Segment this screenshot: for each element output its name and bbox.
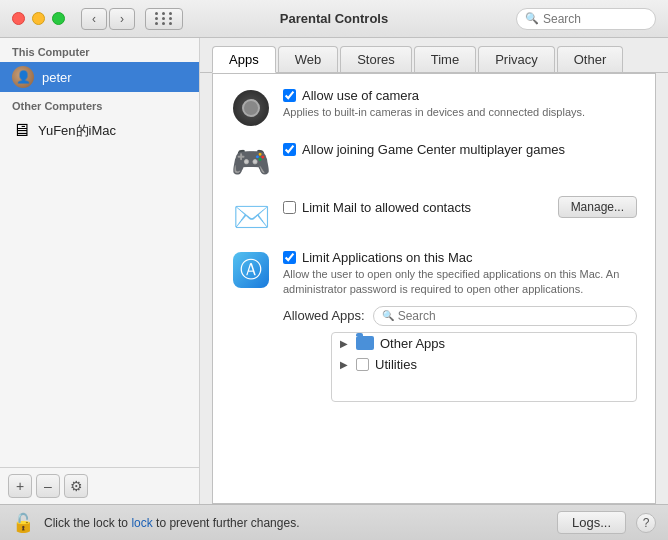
remove-button[interactable]: – (36, 474, 60, 498)
tab-bar: Apps Web Stores Time Privacy Other (200, 38, 668, 73)
tab-web[interactable]: Web (278, 46, 339, 72)
mail-label-row: Limit Mail to allowed contacts Manage... (283, 196, 637, 218)
tab-stores[interactable]: Stores (340, 46, 412, 72)
camera-description: Applies to built-in cameras in devices a… (283, 105, 637, 120)
gamecenter-option-content: Allow joining Game Center multiplayer ga… (283, 142, 637, 157)
other-computers-header: Other Computers (0, 92, 199, 116)
search-input[interactable] (543, 12, 647, 26)
folder-icon (356, 336, 374, 350)
lock-text-pre: Click the lock to (44, 516, 131, 530)
gamecenter-option-row: 🎮 Allow joining Game Center multiplayer … (231, 142, 637, 182)
limit-apps-description: Allow the user to open only the specifie… (283, 267, 637, 298)
content-area: Apps Web Stores Time Privacy Other Allow… (200, 38, 668, 504)
limit-apps-checkbox[interactable] (283, 251, 296, 264)
search-icon: 🔍 (525, 12, 539, 25)
tree-arrow-icon: ▶ (340, 338, 350, 349)
mail-option-content: Limit Mail to allowed contacts Manage... (283, 196, 637, 218)
appstore-icon-inner: Ⓐ (233, 252, 269, 288)
camera-option-content: Allow use of camera Applies to built-in … (283, 88, 637, 120)
mail-label: Limit Mail to allowed contacts (302, 200, 471, 215)
allowed-apps-search-input[interactable] (398, 309, 628, 323)
logs-button[interactable]: Logs... (557, 511, 626, 534)
allowed-apps-search[interactable]: 🔍 (373, 306, 637, 326)
add-button[interactable]: + (8, 474, 32, 498)
camera-icon (231, 88, 271, 128)
limit-apps-option-row: Ⓐ Limit Applications on this Mac Allow t… (231, 250, 637, 402)
sidebar-toolbar: + – ⚙ (0, 467, 199, 504)
limit-apps-content: Limit Applications on this Mac Allow the… (283, 250, 637, 402)
list-item-utilities[interactable]: ▶ Utilities (332, 354, 636, 375)
sidebar: This Computer 👤 peter Other Computers 🖥 … (0, 38, 200, 504)
sidebar-item-peter[interactable]: 👤 peter (0, 62, 199, 92)
sidebar-item-imac[interactable]: 🖥 YuFen的iMac (0, 116, 199, 145)
limit-apps-label-row: Limit Applications on this Mac (283, 250, 637, 265)
grid-view-button[interactable] (145, 8, 183, 30)
allowed-apps-row: Allowed Apps: 🔍 (283, 306, 637, 326)
back-button[interactable]: ‹ (81, 8, 107, 30)
forward-button[interactable]: › (109, 8, 135, 30)
window-title: Parental Controls (280, 11, 388, 26)
mail-checkbox[interactable] (283, 201, 296, 214)
search-icon-inline: 🔍 (382, 310, 394, 321)
bottom-bar: 🔓 Click the lock to lock to prevent furt… (0, 504, 668, 540)
apps-list: ▶ Other Apps ▶ Utilities (331, 332, 637, 402)
options-panel: Allow use of camera Applies to built-in … (212, 73, 656, 504)
window-controls (12, 12, 65, 25)
tab-other[interactable]: Other (557, 46, 624, 72)
gear-button[interactable]: ⚙ (64, 474, 88, 498)
nav-buttons: ‹ › (81, 8, 135, 30)
list-item-other-apps[interactable]: ▶ Other Apps (332, 333, 636, 354)
help-button[interactable]: ? (636, 513, 656, 533)
camera-label: Allow use of camera (302, 88, 419, 103)
lock-link[interactable]: lock (131, 516, 152, 530)
tree-arrow-icon: ▶ (340, 359, 350, 370)
this-computer-header: This Computer (0, 38, 199, 62)
manage-button[interactable]: Manage... (558, 196, 637, 218)
list-item-label: Utilities (375, 357, 417, 372)
allowed-apps-label: Allowed Apps: (283, 308, 365, 323)
camera-checkbox[interactable] (283, 89, 296, 102)
grid-icon (155, 12, 174, 25)
main-layout: This Computer 👤 peter Other Computers 🖥 … (0, 38, 668, 504)
sidebar-item-label: peter (42, 70, 72, 85)
utilities-checkbox[interactable] (356, 358, 369, 371)
bottom-text: Click the lock to lock to prevent furthe… (44, 516, 299, 530)
minimize-button[interactable] (32, 12, 45, 25)
titlebar: ‹ › Parental Controls 🔍 (0, 0, 668, 38)
tab-privacy[interactable]: Privacy (478, 46, 555, 72)
gamecenter-label-row: Allow joining Game Center multiplayer ga… (283, 142, 637, 157)
close-button[interactable] (12, 12, 25, 25)
gamecenter-checkbox[interactable] (283, 143, 296, 156)
gamecenter-label: Allow joining Game Center multiplayer ga… (302, 142, 565, 157)
camera-option-row: Allow use of camera Applies to built-in … (231, 88, 637, 128)
camera-label-row: Allow use of camera (283, 88, 637, 103)
gamecenter-icon: 🎮 (231, 142, 271, 182)
tab-time[interactable]: Time (414, 46, 476, 72)
appstore-icon: Ⓐ (231, 250, 271, 290)
sidebar-item-label: YuFen的iMac (38, 122, 116, 140)
maximize-button[interactable] (52, 12, 65, 25)
mail-icon: ✉️ (231, 196, 271, 236)
lock-text-post: to prevent further changes. (153, 516, 300, 530)
search-box[interactable]: 🔍 (516, 8, 656, 30)
lock-icon: 🔓 (12, 512, 34, 534)
mail-option-row: ✉️ Limit Mail to allowed contacts Manage… (231, 196, 637, 236)
avatar: 👤 (12, 66, 34, 88)
list-item-label: Other Apps (380, 336, 445, 351)
limit-apps-label: Limit Applications on this Mac (302, 250, 473, 265)
tab-apps[interactable]: Apps (212, 46, 276, 73)
computer-icon: 🖥 (12, 120, 30, 141)
